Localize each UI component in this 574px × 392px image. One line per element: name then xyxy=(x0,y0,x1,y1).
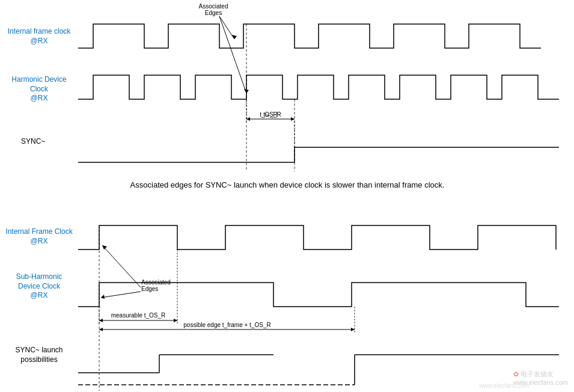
diagram-container: Internal frame clock@RX Harmonic Device … xyxy=(0,0,574,392)
svg-text:www.elecfans.com: www.elecfans.com xyxy=(478,382,529,389)
svg-marker-28 xyxy=(99,319,103,322)
svg-marker-9 xyxy=(246,117,250,121)
svg-line-25 xyxy=(101,292,141,298)
svg-text:Associated: Associated xyxy=(141,279,171,286)
svg-line-4 xyxy=(219,16,246,93)
svg-text:Edges: Edges xyxy=(141,286,158,292)
svg-marker-26 xyxy=(101,295,105,299)
svg-line-23 xyxy=(102,245,141,287)
svg-text:Associated: Associated xyxy=(199,3,228,10)
svg-text:possible edge t_frame + t_OS_R: possible edge t_frame + t_OS_R xyxy=(183,322,270,328)
svg-text:Edges: Edges xyxy=(205,10,222,16)
svg-marker-29 xyxy=(174,319,177,322)
svg-marker-35 xyxy=(351,328,355,331)
svg-marker-10 xyxy=(291,117,295,121)
svg-text:t_OS_R: t_OS_R xyxy=(260,111,281,118)
svg-marker-34 xyxy=(99,328,103,331)
timing-diagram-svg: Associated Edges t₀ₛ_R t_OS_R xyxy=(0,0,574,392)
svg-marker-24 xyxy=(102,245,107,250)
svg-text:measurable t_OS_R: measurable t_OS_R xyxy=(111,312,166,319)
svg-line-2 xyxy=(219,16,234,39)
